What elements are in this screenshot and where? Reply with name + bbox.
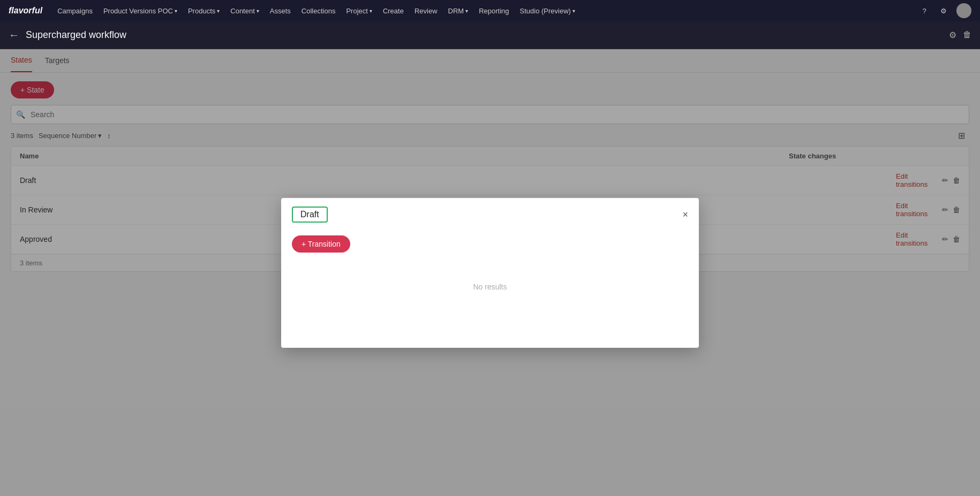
nav-studio[interactable]: Studio (Preview) ▾	[520, 7, 575, 15]
page-title: Supercharged workflow	[26, 29, 126, 41]
settings-icon[interactable]: ⚙	[937, 4, 950, 17]
transitions-modal: Draft × + Transition No results	[281, 198, 699, 348]
top-nav: flavorful Campaigns Product Versions POC…	[0, 0, 980, 21]
nav-reporting[interactable]: Reporting	[479, 7, 509, 15]
nav-right: ? ⚙	[918, 3, 971, 18]
help-icon[interactable]: ?	[918, 4, 931, 17]
modal-overlay[interactable]: Draft × + Transition No results	[0, 49, 980, 496]
chevron-down-icon: ▾	[572, 8, 575, 14]
modal-close-button[interactable]: ×	[682, 210, 688, 219]
nav-content[interactable]: Content ▾	[230, 7, 259, 15]
delete-icon[interactable]: 🗑	[963, 30, 971, 40]
add-transition-button[interactable]: + Transition	[292, 235, 350, 253]
settings-icon[interactable]: ⚙	[949, 30, 956, 40]
chevron-down-icon: ▾	[175, 8, 177, 14]
modal-title: Draft	[292, 207, 328, 223]
nav-create[interactable]: Create	[383, 7, 404, 15]
nav-product-versions[interactable]: Product Versions POC ▾	[103, 7, 177, 15]
nav-drm[interactable]: DRM ▾	[448, 7, 469, 15]
sub-header-actions: ⚙ 🗑	[949, 30, 971, 40]
app-logo[interactable]: flavorful	[9, 6, 42, 16]
modal-body: + Transition No results	[281, 229, 699, 348]
chevron-down-icon: ▾	[370, 8, 372, 14]
chevron-down-icon: ▾	[217, 8, 220, 14]
sub-header: ← Supercharged workflow ⚙ 🗑	[0, 21, 980, 49]
nav-assets[interactable]: Assets	[270, 7, 291, 15]
modal-header: Draft ×	[281, 198, 699, 229]
main-content: States Targets + State 🔍 3 items Sequenc…	[0, 49, 980, 496]
no-results-text: No results	[292, 261, 688, 312]
nav-products[interactable]: Products ▾	[188, 7, 220, 15]
nav-project[interactable]: Project ▾	[346, 7, 372, 15]
nav-review[interactable]: Review	[414, 7, 438, 15]
nav-campaigns[interactable]: Campaigns	[57, 7, 93, 15]
chevron-down-icon: ▾	[465, 8, 468, 14]
chevron-down-icon: ▾	[257, 8, 259, 14]
nav-collections[interactable]: Collections	[301, 7, 336, 15]
back-button[interactable]: ←	[9, 29, 19, 41]
avatar[interactable]	[956, 3, 971, 18]
